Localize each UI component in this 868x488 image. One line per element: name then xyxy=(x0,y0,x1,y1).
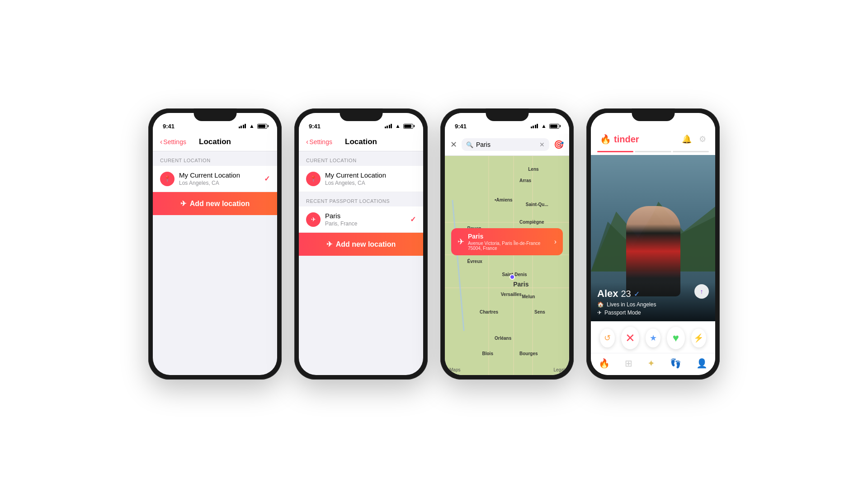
boost-action-button[interactable]: ⚡ xyxy=(691,328,706,347)
profile-name: Alex xyxy=(597,288,618,300)
time-2: 9:41 xyxy=(309,123,321,130)
close-icon-3[interactable]: ✕ xyxy=(450,140,457,150)
location-sub-1: Los Angeles, CA xyxy=(179,180,264,186)
filter-icon[interactable]: ⚙ xyxy=(699,134,706,144)
airplane-icon-2: ✈ xyxy=(326,240,332,249)
wifi-icon-2: ▲ xyxy=(395,123,401,129)
city-versailles: Versailles xyxy=(501,292,522,297)
location-name-2: My Current Location xyxy=(325,171,416,179)
current-location-item-1[interactable]: 📍 My Current Location Los Angeles, CA ✓ xyxy=(153,166,277,192)
content-1: CURENT LOCATION 📍 My Current Location Lo… xyxy=(153,151,277,375)
nope-button[interactable]: ✕ xyxy=(621,327,639,349)
screen-2: 9:41 ▲ ‹ Settings xyxy=(299,113,423,375)
time-3: 9:41 xyxy=(455,123,467,130)
city-amiens: •Amiens xyxy=(495,197,513,202)
popup-title: Paris xyxy=(468,233,551,240)
city-blois: Blois xyxy=(482,351,493,356)
city-bourges: Bourges xyxy=(519,351,538,356)
page-title-1: Location xyxy=(199,137,231,146)
clear-icon-3[interactable]: ✕ xyxy=(539,141,545,148)
progress-bar-inactive-1 xyxy=(635,151,671,152)
notch-2 xyxy=(340,108,382,121)
home-icon: 🏠 xyxy=(597,301,604,308)
location-name-1: My Current Location xyxy=(179,171,264,179)
progress-bar-active xyxy=(597,151,633,152)
search-icon-3: 🔍 xyxy=(466,141,473,148)
legal-link[interactable]: Legal xyxy=(554,367,565,372)
location-pin-2: 📍 xyxy=(306,172,321,186)
paris-name: Paris xyxy=(325,212,410,220)
passport-icon: ✈ xyxy=(597,310,602,316)
tab-home[interactable]: 🔥 xyxy=(599,358,610,369)
screen-4: 🔥 tinder 🔔 ⚙ xyxy=(591,113,715,375)
screen-1: 9:41 ▲ ‹ Settings xyxy=(153,113,277,375)
action-buttons: ↺ ✕ ★ ♥ ⚡ xyxy=(591,321,715,353)
paris-sub: Paris, France xyxy=(325,221,410,227)
profile-passport-mode: ✈ Passport Mode xyxy=(597,310,709,316)
wifi-icon-3: ▲ xyxy=(541,123,547,129)
phone-1: 9:41 ▲ ‹ Settings xyxy=(148,108,282,380)
airplane-popup-icon: ✈ xyxy=(458,237,464,247)
add-location-button-1[interactable]: ✈ Add new location xyxy=(153,192,277,215)
battery-1 xyxy=(257,124,267,129)
city-lens: Lens xyxy=(528,167,538,172)
tinder-brand-text: tinder xyxy=(614,134,639,145)
back-button-2[interactable]: ‹ Settings xyxy=(306,138,332,146)
tinder-logo: 🔥 tinder xyxy=(600,134,639,145)
rewind-button[interactable]: ↺ xyxy=(600,328,615,347)
airplane-pin-2: ✈ xyxy=(306,212,321,227)
signal-1 xyxy=(239,124,246,128)
tab-explore[interactable]: ⊞ xyxy=(625,358,632,369)
battery-2 xyxy=(403,124,413,129)
page-title-2: Location xyxy=(345,137,377,146)
nav-bar-2: ‹ Settings Location xyxy=(299,134,423,151)
profile-location: 🏠 Lives in Los Angeles xyxy=(597,301,709,308)
tinder-flame-icon: 🔥 xyxy=(600,134,611,145)
boost-button[interactable]: ↑ xyxy=(694,284,709,299)
wifi-icon-1: ▲ xyxy=(249,123,255,129)
location-pin-icon-1: 📍 xyxy=(160,172,175,186)
maps-credit: Maps xyxy=(449,367,460,372)
boost-arrow-icon: ↑ xyxy=(700,288,703,295)
star-button[interactable]: ★ xyxy=(646,328,660,347)
notch-3 xyxy=(486,108,528,121)
check-icon-1: ✓ xyxy=(264,174,270,183)
popup-arrow-icon: › xyxy=(554,238,557,246)
check-icon-2: ✓ xyxy=(410,215,416,224)
map-area[interactable]: Lens Arras •Amiens Rouen Saint-Qu... Com… xyxy=(445,156,569,375)
city-chartres: Chartres xyxy=(480,310,498,314)
back-button-1[interactable]: ‹ Settings xyxy=(160,138,186,146)
add-location-button-2[interactable]: ✈ Add new location xyxy=(299,233,423,256)
profile-photo[interactable]: Alex 23 ✓ 🏠 Lives in Los Angeles ✈ Passp… xyxy=(591,155,715,321)
progress-bars xyxy=(591,148,715,155)
location-target-icon[interactable]: 🎯 xyxy=(554,140,564,150)
popup-sub: Avenue Victoria, Paris Île-de-France 750… xyxy=(468,241,551,251)
search-container: 🔍 Paris ✕ xyxy=(462,138,549,151)
signal-2 xyxy=(385,124,392,128)
paris-popup[interactable]: ✈ Paris Avenue Victoria, Paris Île-de-Fr… xyxy=(451,228,563,255)
phone-4: 🔥 tinder 🔔 ⚙ xyxy=(586,108,720,380)
bottom-tab-bar: 🔥 ⊞ ✦ 👣 👤 xyxy=(591,353,715,375)
search-text-3[interactable]: Paris xyxy=(476,141,537,148)
current-location-label-1: CURENT LOCATION xyxy=(153,151,277,166)
notch-1 xyxy=(193,108,236,121)
like-button[interactable]: ♥ xyxy=(667,327,685,349)
tab-profile[interactable]: 👤 xyxy=(696,358,708,369)
city-compiegne: Compiègne xyxy=(519,220,544,225)
status-icons-2: ▲ xyxy=(385,123,413,129)
phones-container: 9:41 ▲ ‹ Settings xyxy=(148,108,720,380)
paris-location-item[interactable]: ✈ Paris Paris, France ✓ xyxy=(299,206,423,233)
city-sens: Sens xyxy=(534,310,545,314)
city-arras: Arras xyxy=(519,178,531,183)
battery-3 xyxy=(549,124,559,129)
paris-dot xyxy=(509,274,515,280)
current-location-item-2[interactable]: 📍 My Current Location Los Angeles, CA xyxy=(299,166,423,192)
current-location-label-2: CURENT LOCATION xyxy=(299,151,423,166)
tab-messages[interactable]: 👣 xyxy=(670,358,681,369)
phone-3: 9:41 ▲ ✕ 🔍 Paris ✕ xyxy=(440,108,574,380)
tab-gold[interactable]: ✦ xyxy=(647,358,655,369)
notification-icon[interactable]: 🔔 xyxy=(682,134,692,144)
city-orleans: Orléans xyxy=(495,336,511,341)
progress-bar-inactive-2 xyxy=(673,151,709,152)
content-2: CURENT LOCATION 📍 My Current Location Lo… xyxy=(299,151,423,375)
